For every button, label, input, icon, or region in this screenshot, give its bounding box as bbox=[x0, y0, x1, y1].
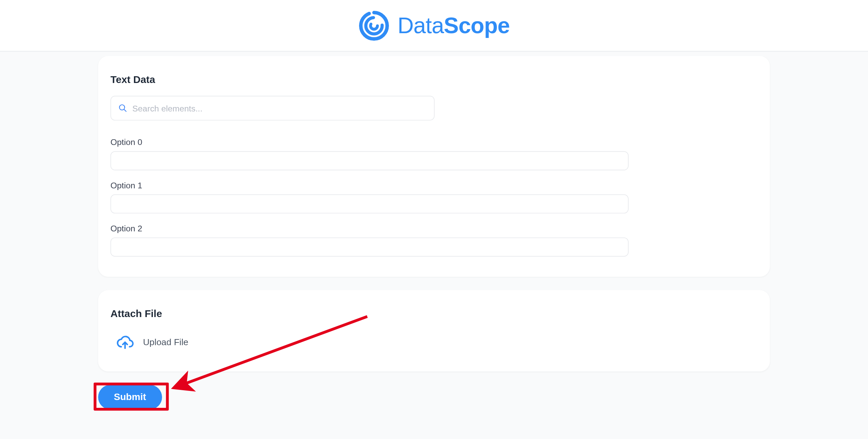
option-0-input[interactable] bbox=[111, 151, 629, 170]
brand-name: DataScope bbox=[397, 13, 510, 38]
svg-line-3 bbox=[124, 109, 126, 111]
option-2-group: Option 2 bbox=[111, 224, 757, 257]
option-1-input[interactable] bbox=[111, 194, 629, 213]
search-icon bbox=[118, 104, 127, 112]
content-area: Text Data Option 0 Option 1 Option 2 bbox=[0, 51, 868, 432]
brand-name-light: Data bbox=[397, 13, 443, 38]
svg-point-1 bbox=[371, 22, 377, 29]
attach-file-title: Attach File bbox=[111, 308, 757, 320]
text-data-title: Text Data bbox=[111, 74, 757, 86]
search-input[interactable] bbox=[111, 96, 435, 121]
text-data-card: Text Data Option 0 Option 1 Option 2 bbox=[98, 56, 770, 277]
cloud-upload-icon bbox=[116, 333, 134, 351]
option-2-label: Option 2 bbox=[111, 224, 757, 233]
page-root: DataScope Text Data Option 0 Option 1 bbox=[0, 0, 868, 439]
submit-button[interactable]: Submit bbox=[98, 385, 162, 410]
search-wrap bbox=[111, 96, 435, 121]
attach-file-card: Attach File Upload File bbox=[98, 290, 770, 372]
option-0-label: Option 0 bbox=[111, 137, 757, 147]
option-1-label: Option 1 bbox=[111, 180, 757, 190]
option-2-input[interactable] bbox=[111, 237, 629, 256]
svg-point-0 bbox=[366, 17, 382, 34]
datascope-logo-icon bbox=[358, 10, 390, 41]
upload-file-button[interactable]: Upload File bbox=[111, 333, 757, 351]
brand-name-bold: Scope bbox=[444, 13, 510, 38]
option-1-group: Option 1 bbox=[111, 180, 757, 213]
option-0-group: Option 0 bbox=[111, 137, 757, 170]
app-header: DataScope bbox=[0, 0, 868, 51]
submit-area: Submit bbox=[98, 385, 770, 410]
brand-logo: DataScope bbox=[358, 10, 510, 41]
upload-file-label: Upload File bbox=[143, 337, 189, 348]
